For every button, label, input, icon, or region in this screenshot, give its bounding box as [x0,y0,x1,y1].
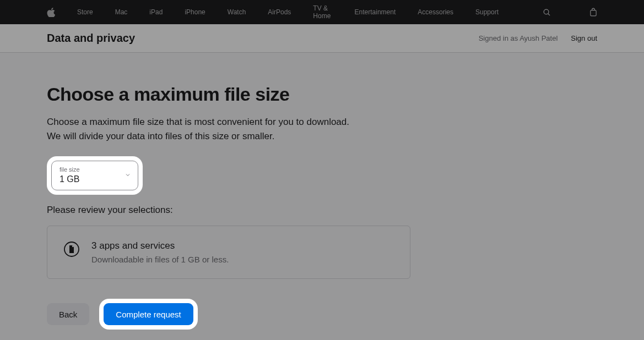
document-icon [64,242,79,259]
nav-entertainment[interactable]: Entertainment [355,8,396,16]
nav-accessories[interactable]: Accessories [418,8,453,16]
review-label: Please review your selections: [47,205,416,216]
nav-airpods[interactable]: AirPods [268,8,291,16]
svg-point-0 [544,9,549,14]
complete-request-button[interactable]: Complete request [104,303,193,325]
file-size-select-value: 1 GB [59,174,118,184]
file-size-highlight: file size 1 GB [47,156,143,195]
nav-iphone[interactable]: iPhone [185,8,205,16]
nav-ipad[interactable]: iPad [149,8,163,16]
sub-header: Data and privacy Signed in as Ayush Pate… [0,24,644,53]
page-context-title: Data and privacy [47,32,135,45]
global-nav: Store Mac iPad iPhone Watch AirPods TV &… [0,0,644,24]
file-size-select[interactable]: file size 1 GB [51,161,138,190]
sign-out-link[interactable]: Sign out [571,34,597,42]
complete-request-highlight: Complete request [99,299,197,330]
search-icon[interactable] [543,8,551,17]
review-summary-box: 3 apps and services Downloadable in file… [47,226,410,279]
nav-watch[interactable]: Watch [228,8,246,16]
svg-line-1 [548,13,550,15]
nav-store[interactable]: Store [77,8,93,16]
nav-support[interactable]: Support [475,8,499,16]
back-button[interactable]: Back [47,303,89,325]
nav-mac[interactable]: Mac [115,8,128,16]
page-description: Choose a maximum file size that is most … [47,115,416,143]
bag-icon[interactable] [589,8,597,17]
page-title: Choose a maximum file size [47,84,416,105]
chevron-down-icon [125,171,131,180]
nav-tv-home[interactable]: TV & Home [313,4,332,20]
review-title: 3 apps and services [91,240,229,251]
svg-rect-2 [591,10,596,16]
button-row: Back Complete request [47,299,416,330]
file-size-select-label: file size [59,167,118,173]
signed-in-label: Signed in as Ayush Patel [479,34,558,42]
main-content: Choose a maximum file size Choose a maxi… [0,53,463,330]
apple-logo-icon[interactable] [47,8,55,17]
review-subtitle: Downloadable in files of 1 GB or less. [91,255,229,264]
